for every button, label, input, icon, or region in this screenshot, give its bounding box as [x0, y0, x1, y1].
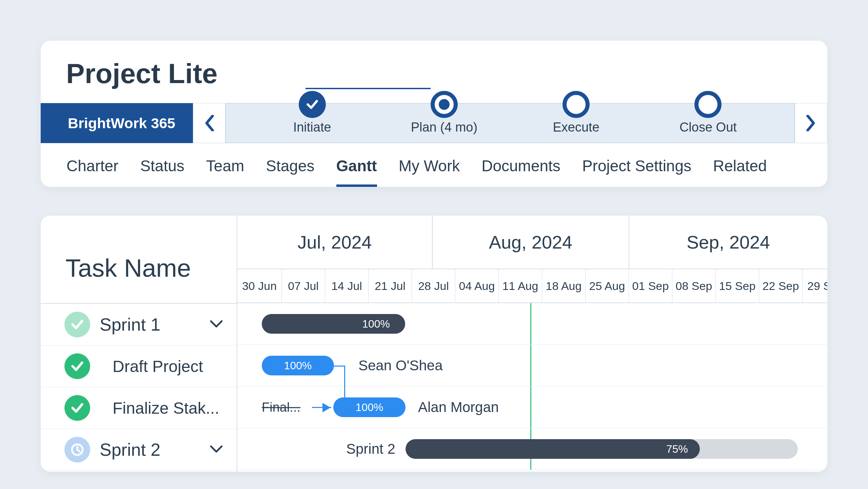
assignee-label: Sean O'Shea — [358, 357, 443, 374]
stage-close-out[interactable]: Close Out — [642, 120, 774, 135]
gantt-bar-sprint-2[interactable] — [406, 439, 798, 459]
dependency-line — [334, 366, 344, 367]
stage-label: Execute — [553, 120, 599, 134]
task-label: Draft Project — [100, 357, 203, 376]
week-headers: 30 Jun 07 Jul 14 Jul 21 Jul 28 Jul 04 Au… — [237, 269, 827, 303]
next-stage-button[interactable] — [795, 103, 827, 143]
gantt-bar-finalize[interactable]: 100% — [333, 397, 406, 417]
chevron-down-icon — [210, 444, 223, 454]
week-cell: 22 Sep — [759, 269, 803, 302]
week-cell: 21 Jul — [369, 269, 412, 302]
week-cell: 14 Jul — [325, 269, 369, 302]
stage-connector-line — [305, 88, 431, 89]
week-cell: 07 Jul — [282, 269, 325, 302]
month-cell: Sep, 2024 — [629, 216, 827, 269]
tab-my-work[interactable]: My Work — [399, 157, 460, 187]
task-row-sprint-2[interactable]: Sprint 2 — [41, 429, 237, 471]
status-done-icon — [64, 395, 90, 421]
task-label: Sprint 1 — [100, 314, 160, 335]
chevron-left-icon — [204, 115, 215, 131]
task-name-header: Task Name — [41, 216, 237, 304]
bar-text: 100% — [356, 401, 383, 414]
check-icon — [70, 359, 84, 373]
stage-initiate[interactable]: Initiate — [246, 120, 378, 135]
task-row-sprint-1[interactable]: Sprint 1 — [41, 304, 237, 346]
gantt-timeline[interactable]: Jul, 2024 Aug, 2024 Sep, 2024 30 Jun 07 … — [237, 216, 827, 472]
chevron-right-icon — [806, 115, 816, 131]
task-label: Sprint 2 — [100, 439, 160, 460]
gantt-row: Sprint 2 75% — [237, 428, 827, 470]
stage-progress-row: BrightWork 365 Initiate Plan (4 mo) — [41, 103, 827, 143]
gantt-row: Final... 100% Alan Morgan — [237, 387, 827, 428]
assignee-label: Alan Morgan — [418, 399, 499, 415]
bar-text: 100% — [362, 318, 405, 330]
check-icon — [305, 98, 319, 111]
stage-label: Plan (4 mo) — [411, 120, 477, 134]
dependency-arrow-icon — [322, 403, 331, 412]
task-label: Finalize Stak... — [100, 399, 219, 417]
tab-status[interactable]: Status — [140, 157, 184, 187]
task-name-header-label: Task Name — [65, 254, 191, 282]
week-cell: 01 Sep — [629, 269, 672, 302]
gantt-task-list: Task Name Sprint 1 Draft Project — [41, 216, 237, 472]
week-cell: 28 Jul — [412, 269, 455, 302]
week-cell: 04 Aug — [455, 269, 499, 302]
stage-execute[interactable]: Execute — [510, 120, 642, 135]
progress-text: 75% — [666, 443, 688, 455]
week-cell: 29 S — [803, 269, 827, 302]
tab-gantt[interactable]: Gantt — [336, 157, 377, 187]
stage-marker-active — [431, 91, 458, 118]
gantt-row: 100% — [237, 303, 827, 345]
month-cell: Jul, 2024 — [237, 216, 433, 269]
collapse-toggle[interactable] — [210, 319, 223, 330]
gantt-body: 100% 100% Sean O'Shea Final... — [237, 303, 827, 470]
tab-related[interactable]: Related — [713, 157, 767, 187]
stage-label: Close Out — [679, 120, 737, 134]
tab-charter[interactable]: Charter — [66, 157, 118, 187]
progress-fill — [406, 439, 700, 459]
check-icon — [70, 317, 84, 332]
tabs-row: Charter Status Team Stages Gantt My Work… — [41, 143, 827, 187]
week-cell: 18 Aug — [542, 269, 586, 302]
gantt-card: Task Name Sprint 1 Draft Project — [41, 216, 827, 472]
stage-marker-pending — [694, 91, 722, 118]
clock-icon — [70, 443, 84, 457]
stage-label: Initiate — [293, 120, 331, 134]
stage-marker-pending — [563, 91, 590, 118]
gantt-row: 100% Sean O'Shea — [237, 345, 827, 387]
brand-chip[interactable]: BrightWork 365 — [41, 103, 193, 143]
project-header-card: Project Lite BrightWork 365 Initiate — [41, 41, 827, 187]
month-cell: Aug, 2024 — [433, 216, 629, 269]
stage-plan[interactable]: Plan (4 mo) — [378, 120, 510, 135]
chevron-down-icon — [210, 319, 223, 329]
prev-stage-button[interactable] — [193, 103, 225, 143]
task-row-draft-project[interactable]: Draft Project — [41, 346, 237, 387]
collapse-toggle[interactable] — [210, 444, 223, 455]
tab-stages[interactable]: Stages — [266, 157, 314, 187]
week-cell: 11 Aug — [499, 269, 542, 302]
status-progress-icon — [64, 437, 90, 463]
status-done-icon — [64, 353, 90, 379]
stage-marker-done — [299, 91, 326, 118]
status-done-icon — [64, 312, 90, 337]
week-cell: 30 Jun — [237, 269, 282, 302]
month-headers: Jul, 2024 Aug, 2024 Sep, 2024 — [237, 216, 827, 269]
stages-track: Initiate Plan (4 mo) Execute Close Out — [225, 103, 795, 143]
check-icon — [70, 401, 84, 415]
task-row-finalize-stak[interactable]: Finalize Stak... — [41, 387, 237, 429]
tab-documents[interactable]: Documents — [481, 157, 560, 187]
week-cell: 08 Sep — [672, 269, 716, 302]
gantt-bar-draft-project[interactable]: 100% — [262, 356, 334, 375]
strikethrough-label: Final... — [262, 400, 300, 415]
week-cell: 15 Sep — [716, 269, 759, 302]
bar-text: 100% — [284, 359, 312, 372]
bar-side-label: Sprint 2 — [346, 441, 395, 457]
tab-team[interactable]: Team — [206, 157, 244, 187]
tab-project-settings[interactable]: Project Settings — [582, 157, 691, 187]
gantt-bar-sprint-1[interactable]: 100% — [262, 314, 405, 334]
week-cell: 25 Aug — [586, 269, 629, 302]
